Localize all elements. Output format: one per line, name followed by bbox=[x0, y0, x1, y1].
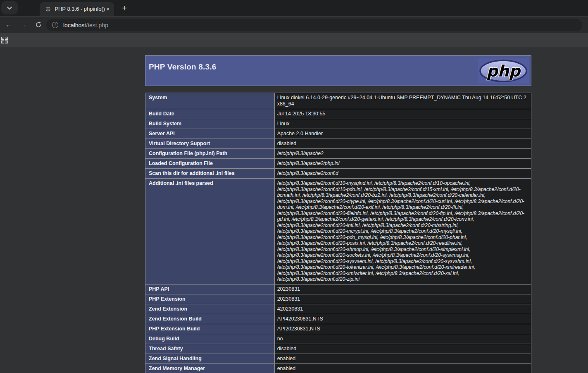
site-info-icon[interactable]: i bbox=[52, 22, 58, 28]
row-label: Zend Extension bbox=[145, 304, 275, 314]
php-logo: php bbox=[478, 58, 529, 85]
table-row: Build SystemLinux bbox=[145, 119, 531, 129]
row-label: Additional .ini files parsed bbox=[145, 179, 275, 285]
row-label: Thread Safety bbox=[145, 344, 275, 354]
row-label: Server API bbox=[145, 129, 275, 139]
row-value: Linux diokel 6.14.0-29-generic #29~24.04… bbox=[274, 93, 531, 109]
row-label: Debug Build bbox=[145, 334, 275, 344]
row-label: Scan this dir for additional .ini files bbox=[145, 169, 275, 179]
row-value: /etc/php/8.3/apache2/conf.d/10-mysqlnd.i… bbox=[274, 179, 531, 285]
row-label: Zend Memory Manager bbox=[145, 363, 275, 373]
table-row: Server APIApache 2.0 Handler bbox=[145, 129, 531, 139]
row-label: PHP API bbox=[145, 284, 275, 294]
page-title: PHP Version 8.3.6 bbox=[145, 56, 531, 72]
row-value: disabled bbox=[274, 139, 531, 149]
table-row: Zend Signal Handlingenabled bbox=[145, 354, 531, 363]
row-label: Loaded Configuration File bbox=[145, 159, 275, 169]
php-logo-text: php bbox=[486, 62, 521, 80]
table-row: Virtual Directory Supportdisabled bbox=[145, 139, 531, 149]
back-button[interactable]: ← bbox=[3, 19, 14, 30]
row-value: /etc/php/8.3/apache2 bbox=[274, 149, 531, 159]
table-row: Loaded Configuration File/etc/php/8.3/ap… bbox=[145, 159, 531, 169]
row-label: Virtual Directory Support bbox=[145, 139, 275, 149]
chevron-down-icon bbox=[7, 6, 12, 10]
row-value: Jul 14 2025 18:30:55 bbox=[274, 109, 531, 119]
row-value: API420230831,NTS bbox=[274, 314, 531, 324]
table-row: Debug Buildno bbox=[145, 334, 531, 344]
row-value: disabled bbox=[274, 344, 531, 354]
row-value: 20230831 bbox=[274, 294, 531, 304]
reload-icon bbox=[35, 22, 42, 28]
row-label: PHP Extension Build bbox=[145, 324, 275, 334]
row-value: 20230831 bbox=[274, 284, 531, 294]
php-version-header: PHP Version 8.3.6 php bbox=[145, 55, 531, 86]
row-value: Linux bbox=[274, 119, 531, 129]
forward-button[interactable]: → bbox=[18, 19, 29, 30]
url-text: localhost/test.php bbox=[63, 22, 108, 29]
table-row: Zend Extension BuildAPI420230831,NTS bbox=[145, 314, 531, 324]
globe-favicon-icon bbox=[45, 6, 50, 12]
row-label: PHP Extension bbox=[145, 294, 275, 304]
row-value: 420230831 bbox=[274, 304, 531, 314]
table-row: PHP Extension20230831 bbox=[145, 294, 531, 304]
row-value: enabled bbox=[274, 354, 531, 363]
tab-close-button[interactable]: × bbox=[105, 5, 111, 13]
row-label: Build Date bbox=[145, 109, 275, 119]
table-row: Scan this dir for additional .ini files/… bbox=[145, 169, 531, 179]
row-value: enabled bbox=[274, 363, 531, 373]
table-row: Thread Safetydisabled bbox=[145, 344, 531, 354]
table-row: Configuration File (php.ini) Path/etc/ph… bbox=[145, 149, 531, 159]
table-row: Zend Extension420230831 bbox=[145, 304, 531, 314]
browser-toolbar: ← → i localhost/test.php bbox=[0, 17, 588, 33]
row-value: API20230831,NTS bbox=[274, 324, 531, 334]
url-path: /test.php bbox=[86, 22, 108, 29]
info-table-body: SystemLinux diokel 6.14.0-29-generic #29… bbox=[145, 93, 531, 373]
page-content: PHP Version 8.3.6 php SystemLinux diokel… bbox=[0, 47, 588, 373]
tab-search-button[interactable] bbox=[1, 1, 18, 14]
apps-grid-icon[interactable] bbox=[1, 36, 8, 45]
table-row: Build DateJul 14 2025 18:30:55 bbox=[145, 109, 531, 119]
row-label: Zend Extension Build bbox=[145, 314, 275, 324]
new-tab-button[interactable]: + bbox=[119, 3, 130, 14]
tab-strip: PHP 8.3.6 - phpinfo() × + bbox=[0, 0, 588, 16]
row-value: no bbox=[274, 334, 531, 344]
tab-title: PHP 8.3.6 - phpinfo() bbox=[55, 6, 105, 12]
table-row: Zend Memory Managerenabled bbox=[145, 363, 531, 373]
url-bar[interactable]: i localhost/test.php bbox=[46, 19, 582, 31]
table-row: SystemLinux diokel 6.14.0-29-generic #29… bbox=[145, 93, 531, 109]
info-table: SystemLinux diokel 6.14.0-29-generic #29… bbox=[145, 93, 531, 373]
url-host: localhost bbox=[63, 22, 86, 29]
table-row: PHP API20230831 bbox=[145, 284, 531, 294]
row-label: Build System bbox=[145, 119, 275, 129]
row-label: Zend Signal Handling bbox=[145, 354, 275, 363]
row-value: Apache 2.0 Handler bbox=[274, 129, 531, 139]
bookmarks-bar bbox=[0, 33, 588, 47]
table-row: Additional .ini files parsed/etc/php/8.3… bbox=[145, 179, 531, 285]
reload-button[interactable] bbox=[33, 19, 44, 30]
row-label: System bbox=[145, 93, 275, 109]
row-label: Configuration File (php.ini) Path bbox=[145, 149, 275, 159]
browser-tab[interactable]: PHP 8.3.6 - phpinfo() × bbox=[40, 2, 114, 16]
row-value: /etc/php/8.3/apache2/conf.d bbox=[274, 169, 531, 179]
row-value: /etc/php/8.3/apache2/php.ini bbox=[274, 159, 531, 169]
table-row: PHP Extension BuildAPI20230831,NTS bbox=[145, 324, 531, 334]
